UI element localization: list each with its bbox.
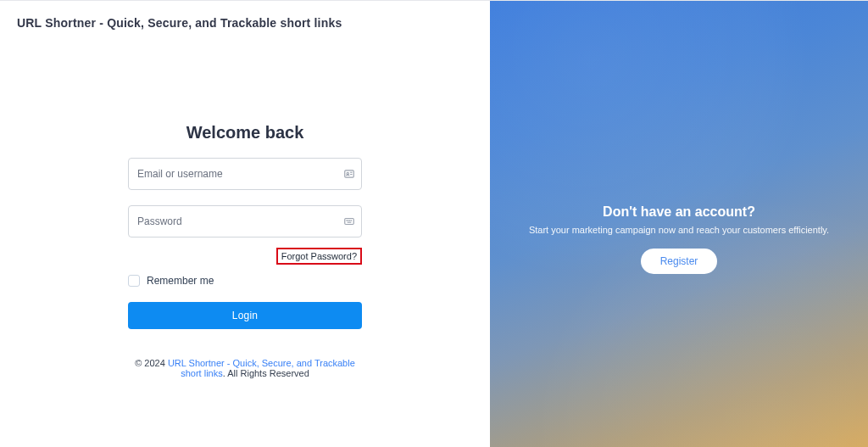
- forgot-password-link[interactable]: Forgot Password?: [276, 248, 362, 265]
- remember-label: Remember me: [147, 275, 214, 287]
- promo-block: Don't have an account? Start your market…: [497, 204, 861, 274]
- brand-title: URL Shortner - Quick, Secure, and Tracka…: [17, 16, 473, 30]
- promo-subtext: Start your marketing campaign now and re…: [529, 225, 829, 235]
- footer-text: © 2024 URL Shortner - Quick, Secure, and…: [128, 358, 362, 378]
- footer-prefix: © 2024: [135, 358, 168, 368]
- email-field-wrap: [128, 158, 362, 190]
- login-form: Forgot Password? Remember me Login © 202…: [128, 158, 362, 378]
- right-panel: Don't have an account? Start your market…: [490, 1, 868, 447]
- login-button[interactable]: Login: [128, 302, 362, 329]
- password-field[interactable]: [128, 205, 362, 237]
- left-panel: URL Shortner - Quick, Secure, and Tracka…: [0, 1, 490, 447]
- email-field[interactable]: [128, 158, 362, 190]
- login-area: Welcome back: [0, 30, 490, 447]
- brand-header: URL Shortner - Quick, Secure, and Tracka…: [0, 1, 490, 30]
- register-button[interactable]: Register: [641, 249, 717, 274]
- password-field-wrap: [128, 205, 362, 237]
- forgot-row: Forgot Password?: [128, 248, 362, 265]
- remember-checkbox[interactable]: [128, 275, 140, 287]
- login-page: URL Shortner - Quick, Secure, and Tracka…: [0, 0, 868, 447]
- login-heading: Welcome back: [186, 123, 304, 142]
- footer-suffix: . All Rights Reserved: [223, 368, 309, 378]
- promo-heading: Don't have an account?: [529, 204, 829, 220]
- remember-row: Remember me: [128, 275, 362, 287]
